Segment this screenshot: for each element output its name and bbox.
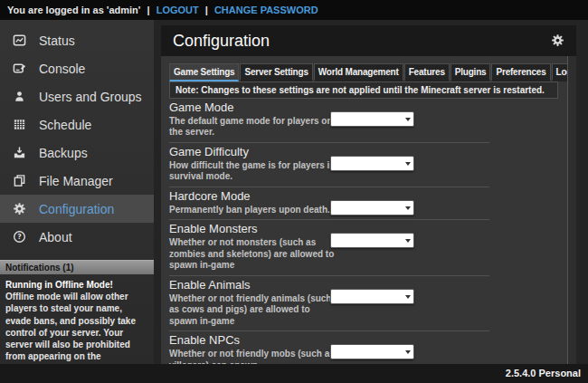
tab-bar: Game SettingsServer SettingsWorld Manage…	[169, 63, 558, 81]
file-manager-icon	[12, 174, 26, 188]
sidebar-item-backups[interactable]: Backups	[0, 139, 154, 167]
sidebar-item-label: File Manager	[39, 174, 113, 188]
enable-monsters-select[interactable]	[330, 233, 414, 248]
gear-icon[interactable]	[551, 34, 565, 48]
setting-row-game-mode: Game ModeThe default game mode for playe…	[169, 99, 558, 142]
question-icon: ?	[12, 230, 26, 244]
tab-game-settings[interactable]: Game Settings	[169, 63, 239, 81]
sidebar-item-users-and-groups[interactable]: Users and Groups	[0, 82, 154, 110]
enable-animals-select[interactable]	[330, 289, 414, 304]
enable-npcs-select[interactable]	[330, 344, 414, 359]
setting-row-game-difficulty: Game DifficultyHow difficult the game is…	[169, 143, 558, 187]
chevron-down-icon	[405, 118, 411, 121]
chevron-down-icon	[405, 350, 411, 354]
sidebar-item-console[interactable]: Console	[0, 54, 154, 82]
tab-features[interactable]: Features	[404, 63, 450, 81]
chevron-down-icon	[405, 206, 411, 210]
setting-row-enable-monsters: Enable MonstersWhether or not monsters (…	[169, 220, 558, 274]
game-mode-select[interactable]	[330, 111, 414, 127]
console-icon	[12, 62, 26, 76]
sidebar-item-file-manager[interactable]: File Manager	[0, 167, 154, 195]
game-difficulty-select[interactable]	[330, 156, 414, 171]
topbar: You are logged in as 'admin' | LOGOUT | …	[0, 0, 588, 20]
notifications-header: Notifications (1)	[0, 260, 154, 274]
setting-description: The default game mode for players on the…	[169, 116, 337, 139]
setting-row-enable-animals: Enable AnimalsWhether or not friendly an…	[169, 276, 558, 330]
hardcore-mode-select[interactable]	[330, 200, 414, 215]
sidebar-item-label: Configuration	[39, 202, 114, 216]
setting-description: Whether or not monsters (such as zombies…	[169, 237, 337, 272]
sidebar: StatusConsoleUsers and GroupsScheduleBac…	[0, 20, 154, 364]
tab-preferences[interactable]: Preferences	[491, 63, 550, 81]
logout-link[interactable]: LOGOUT	[156, 5, 199, 15]
setting-row-enable-npcs: Enable NPCsWhether or not friendly mobs …	[169, 331, 558, 364]
sidebar-item-label: Schedule	[39, 118, 91, 132]
setting-description: Whether or not friendly mobs (such as vi…	[169, 349, 337, 364]
logged-in-text: You are logged in as 'admin'	[7, 5, 140, 15]
chevron-down-icon	[405, 239, 411, 243]
status-icon	[12, 34, 26, 48]
configuration-panel: Configuration Game SettingsServer Settin…	[161, 25, 576, 364]
separator: |	[147, 5, 150, 15]
users-icon	[12, 90, 26, 104]
tab-plugins[interactable]: Plugins	[450, 63, 491, 81]
sidebar-item-status[interactable]: Status	[0, 26, 154, 54]
panel-header: Configuration	[161, 25, 576, 56]
backups-icon	[12, 146, 26, 160]
tab-world-management[interactable]: World Management	[314, 63, 403, 81]
sidebar-item-label: Status	[39, 34, 75, 48]
setting-description: How difficult the game is for players in…	[169, 160, 337, 183]
sidebar-item-label: Console	[39, 62, 85, 76]
setting-row-hardcore-mode: Hardcore ModePermanently ban players upo…	[169, 187, 558, 219]
sidebar-item-configuration[interactable]: Configuration	[0, 195, 154, 223]
sidebar-menu: StatusConsoleUsers and GroupsScheduleBac…	[0, 20, 154, 251]
status-bar: 2.5.4.0 Personal	[0, 364, 588, 383]
page-title: Configuration	[173, 32, 270, 51]
svg-text:?: ?	[17, 233, 22, 241]
gear-icon	[12, 202, 26, 216]
sidebar-item-about[interactable]: ?About	[0, 223, 154, 251]
version-label: 2.5.4.0 Personal	[506, 368, 581, 378]
sidebar-item-label: About	[39, 230, 72, 244]
settings-list: Game ModeThe default game mode for playe…	[169, 99, 558, 364]
panel-body: Game SettingsServer SettingsWorld Manage…	[161, 56, 576, 364]
chevron-down-icon	[405, 162, 411, 166]
separator: |	[205, 5, 208, 15]
tab-server-settings[interactable]: Server Settings	[240, 63, 312, 81]
setting-description: Whether or not friendly animals (such as…	[169, 293, 337, 328]
sidebar-item-label: Users and Groups	[39, 90, 142, 104]
restart-note: Note: Changes to these settings are not …	[169, 81, 558, 99]
chevron-down-icon	[405, 295, 411, 299]
scrollbar-track[interactable]	[567, 56, 576, 364]
sidebar-item-schedule[interactable]: Schedule	[0, 110, 154, 139]
schedule-icon	[12, 118, 26, 132]
change-password-link[interactable]: CHANGE PASSWORD	[214, 5, 318, 15]
setting-description: Permanently ban players upon death.	[169, 205, 337, 216]
sidebar-item-label: Backups	[39, 146, 88, 160]
notification-title: Running in Offline Mode!	[5, 279, 148, 291]
